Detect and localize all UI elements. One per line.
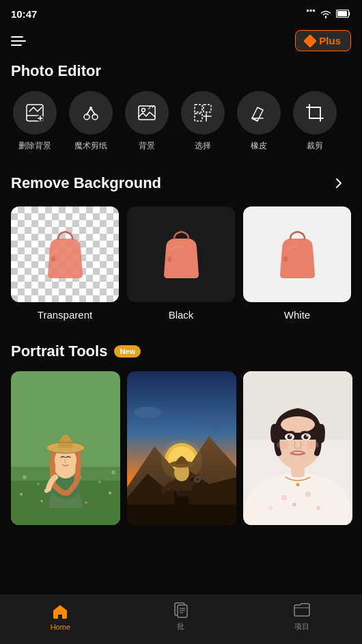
svg-point-60 xyxy=(316,506,320,510)
svg-rect-0 xyxy=(307,10,309,12)
svg-point-68 xyxy=(288,435,292,440)
svg-point-26 xyxy=(37,483,40,485)
tool-eraser[interactable]: 橡皮 xyxy=(235,91,283,152)
photo-editor-title: Photo Editor xyxy=(0,59,362,91)
bg-transparent-preview xyxy=(11,206,119,302)
svg-point-69 xyxy=(304,435,309,440)
new-badge: New xyxy=(114,345,141,358)
bg-black-label: Black xyxy=(169,309,194,321)
svg-point-65 xyxy=(281,416,315,433)
tool-background-icon xyxy=(125,91,169,135)
portrait-tools-header: Portrait Tools New xyxy=(0,337,362,371)
tool-magic-cut-icon xyxy=(69,91,113,135)
nav-projects-label: 项目 xyxy=(294,621,309,632)
status-icons xyxy=(306,9,351,18)
portrait-item-1[interactable] xyxy=(11,371,120,525)
bg-option-black[interactable]: Black xyxy=(127,206,235,321)
svg-point-46 xyxy=(204,418,228,427)
remove-bg-arrow[interactable] xyxy=(326,171,351,196)
svg-rect-75 xyxy=(178,605,187,617)
tools-row: 删除背景 魔术剪纸 xyxy=(0,91,362,165)
bg-options-row: Transparent Black xyxy=(0,206,362,337)
batch-icon xyxy=(172,601,190,619)
nav-batch[interactable]: 批 xyxy=(154,601,208,632)
bg-white-label: White xyxy=(284,309,310,321)
bg-white-preview xyxy=(243,206,351,302)
tool-magic-cut[interactable]: 魔术剪纸 xyxy=(67,91,115,152)
nav-projects[interactable]: 项目 xyxy=(275,601,329,632)
svg-point-21 xyxy=(283,256,288,262)
tool-eraser-icon xyxy=(237,91,281,135)
tool-select-label: 选择 xyxy=(195,140,211,152)
svg-point-33 xyxy=(41,500,43,502)
battery-icon xyxy=(336,10,351,18)
plus-diamond-icon xyxy=(303,34,317,48)
svg-point-54 xyxy=(161,440,202,481)
tool-delete-bg[interactable]: 删除背景 xyxy=(11,91,59,152)
svg-point-31 xyxy=(111,470,115,474)
svg-rect-16 xyxy=(195,105,202,112)
svg-point-72 xyxy=(277,441,289,449)
svg-point-70 xyxy=(290,435,291,436)
svg-line-9 xyxy=(87,109,91,114)
portrait-item-2[interactable] xyxy=(127,371,236,525)
svg-point-32 xyxy=(20,493,23,496)
svg-point-57 xyxy=(281,495,287,500)
nav-home-label: Home xyxy=(51,623,70,631)
tool-delete-bg-icon xyxy=(13,91,57,135)
home-icon xyxy=(51,602,69,620)
tool-delete-bg-label: 删除背景 xyxy=(18,140,51,152)
bg-option-transparent[interactable]: Transparent xyxy=(11,206,119,321)
plus-button[interactable]: Plus xyxy=(295,30,351,51)
bg-transparent-label: Transparent xyxy=(38,309,92,321)
tool-select-icon xyxy=(181,91,225,135)
portrait-tools-section: Portrait Tools New xyxy=(0,337,362,525)
wifi-icon xyxy=(320,9,332,18)
svg-rect-17 xyxy=(204,105,211,112)
svg-point-63 xyxy=(296,483,300,487)
svg-point-73 xyxy=(307,441,319,449)
bg-black-preview xyxy=(127,206,235,302)
remove-bg-title: Remove Background xyxy=(11,174,161,192)
svg-point-35 xyxy=(85,502,87,504)
svg-point-41 xyxy=(44,489,48,493)
svg-rect-14 xyxy=(139,106,155,120)
plus-label: Plus xyxy=(319,35,341,46)
notification-icon xyxy=(306,9,316,18)
tool-crop-label: 裁剪 xyxy=(307,140,323,152)
svg-rect-4 xyxy=(337,11,347,16)
svg-point-11 xyxy=(89,107,92,109)
tool-background-label: 背景 xyxy=(139,140,155,152)
tool-magic-cut-label: 魔术剪纸 xyxy=(74,140,107,152)
bottom-nav: Home 批 项目 xyxy=(0,595,362,644)
portrait-row xyxy=(0,371,362,525)
status-time: 10:47 xyxy=(11,8,37,20)
svg-point-15 xyxy=(142,109,145,112)
svg-point-20 xyxy=(167,256,171,262)
remove-bg-header: Remove Background xyxy=(0,165,362,206)
remove-bg-section: Remove Background Transparent xyxy=(0,165,362,337)
tool-crop-icon xyxy=(293,91,337,135)
portrait-item-3[interactable] xyxy=(243,371,352,525)
status-bar: 10:47 xyxy=(0,0,362,25)
svg-point-71 xyxy=(306,435,307,436)
tool-select[interactable]: 选择 xyxy=(179,91,227,152)
tool-crop[interactable]: 裁剪 xyxy=(291,91,339,152)
svg-point-36 xyxy=(109,492,111,494)
svg-point-25 xyxy=(23,475,27,479)
bg-option-white[interactable]: White xyxy=(243,206,351,321)
nav-home[interactable]: Home xyxy=(33,602,87,631)
portrait-tools-title: Portrait Tools xyxy=(11,343,107,360)
svg-point-45 xyxy=(134,407,161,418)
tool-eraser-label: 橡皮 xyxy=(251,140,267,152)
svg-rect-1 xyxy=(310,10,312,12)
hamburger-menu[interactable] xyxy=(11,36,26,46)
svg-line-10 xyxy=(91,109,95,114)
svg-point-53 xyxy=(195,477,199,481)
svg-point-61 xyxy=(268,506,273,511)
photo-editor-section: Photo Editor 删除背景 xyxy=(0,59,362,165)
svg-point-30 xyxy=(98,481,101,483)
svg-point-59 xyxy=(305,492,311,497)
tool-background[interactable]: 背景 xyxy=(123,91,171,152)
svg-rect-2 xyxy=(313,10,315,12)
